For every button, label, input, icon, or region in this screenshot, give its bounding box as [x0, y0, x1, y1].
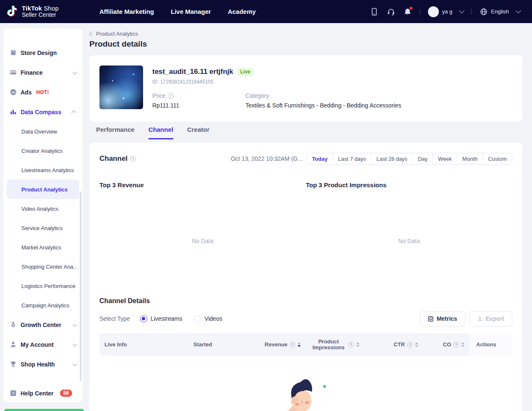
notifications-icon[interactable]: [403, 7, 412, 16]
range-last-28-days[interactable]: Last 28 days: [371, 153, 412, 164]
category-label: Category: [245, 92, 269, 99]
language-selector[interactable]: English: [491, 8, 509, 15]
sidebar-item-ads[interactable]: AD Ads HOT!: [3, 82, 83, 102]
range-day[interactable]: Day: [412, 153, 433, 164]
chart-title: Top 3 Product Impressions: [306, 181, 512, 188]
question-icon[interactable]: ?: [289, 342, 295, 348]
sort-icon[interactable]: [356, 342, 360, 347]
sidebar-item-service-analytics[interactable]: Service Analytics: [7, 218, 79, 238]
divider: [471, 9, 472, 15]
avatar[interactable]: [428, 6, 439, 17]
primary-nav: Affiliate Marketing Live Manager Academy: [99, 8, 256, 15]
person-icon: [9, 341, 17, 348]
hot-badge: HOT!: [36, 89, 49, 95]
chevron-down-icon[interactable]: [516, 8, 521, 13]
col-ctr: CTR ?: [365, 341, 423, 348]
question-icon[interactable]: ?: [168, 93, 174, 99]
globe-icon[interactable]: [479, 7, 488, 16]
export-button[interactable]: Export: [469, 311, 512, 327]
product-id: ID: 1729382412318445105: [152, 79, 512, 85]
radio-dot: [194, 315, 201, 322]
logo-wordmark: TikTokShop Seller Center: [22, 5, 59, 18]
tab-performance[interactable]: Performance: [96, 126, 135, 139]
sidebar-item-data-compass[interactable]: Data Compass: [3, 102, 83, 122]
product-summary-card: test_audit_16.11 ertjfnjk Live ID: 17293…: [89, 55, 522, 122]
sort-icon[interactable]: [415, 342, 418, 347]
sidebar-item-market-analytics[interactable]: Market Analytics: [7, 238, 79, 257]
sidebar-item-campaign-analytics[interactable]: Campaign Analytics: [7, 296, 79, 315]
range-month[interactable]: Month: [457, 153, 482, 164]
sidebar-item-livestreams-analytics[interactable]: Livestreams Analytics: [7, 160, 79, 180]
radio-livestreams[interactable]: Livestreams: [140, 315, 182, 322]
table-header: Live Info Started Revenue ? Product Impr…: [99, 333, 512, 356]
sidebar-item-store-design[interactable]: Store Design: [3, 43, 83, 63]
col-actions: Actions: [469, 333, 512, 356]
question-icon[interactable]: ?: [130, 156, 136, 162]
notification-dot: [409, 7, 412, 10]
range-today[interactable]: Today: [307, 153, 332, 164]
product-image: [99, 65, 143, 109]
radio-videos[interactable]: Videos: [194, 315, 222, 322]
tiktok-logo[interactable]: TikTokShop Seller Center: [0, 4, 94, 19]
tiktok-note-icon: [6, 4, 18, 19]
sidebar-item-data-overview[interactable]: Data Overview: [7, 122, 79, 141]
channel-section-title: Channel: [99, 154, 128, 163]
sidebar-item-help-center[interactable]: ? Help Center 88: [3, 383, 83, 402]
svg-text:?: ?: [12, 391, 14, 395]
select-type-label: Select Type: [99, 315, 130, 322]
support-icon[interactable]: [386, 7, 396, 16]
price-value: Rp111.111: [152, 102, 245, 109]
nav-affiliate-marketing[interactable]: Affiliate Marketing: [99, 8, 154, 15]
divider: [420, 9, 420, 15]
top3-revenue-chart: Top 3 Revenue No Data: [99, 181, 306, 282]
tab-channel[interactable]: Channel: [149, 126, 173, 139]
chart-title: Top 3 Revenue: [99, 181, 306, 188]
question-icon[interactable]: ?: [348, 342, 354, 348]
chevron-down-icon: [73, 361, 77, 366]
sidebar-item-product-analytics[interactable]: Product Analytics: [7, 180, 79, 199]
mobile-app-icon[interactable]: [370, 7, 379, 16]
range-last-7-days[interactable]: Last 7 days: [333, 153, 371, 164]
range-custom[interactable]: Custom: [482, 153, 512, 164]
download-icon: [477, 316, 483, 322]
sidebar-item-logistics-performance[interactable]: Logistics Performance: [7, 276, 79, 296]
edit-square-icon: [428, 316, 434, 322]
sort-icon[interactable]: [297, 342, 301, 347]
col-live-info: Live Info: [99, 341, 188, 348]
sidebar: Store Design Finance AD Ads HOT! Data Co…: [3, 29, 83, 402]
sidebar-item-my-account[interactable]: My Account: [3, 335, 83, 354]
sidebar-item-growth-center[interactable]: Growth Center: [3, 315, 83, 335]
metrics-button[interactable]: Metrics: [420, 311, 465, 327]
svg-text:AD: AD: [11, 91, 15, 94]
sidebar-item-video-analytics[interactable]: Video Analytics: [7, 199, 79, 218]
help-count-badge: 88: [60, 390, 72, 397]
sidebar-item-creator-analytics[interactable]: Creator Analytics: [7, 141, 79, 160]
breadcrumb[interactable]: Product Analytics: [90, 31, 138, 37]
nav-live-manager[interactable]: Live Manager: [171, 8, 211, 15]
sort-icon[interactable]: [461, 342, 464, 347]
nav-academy[interactable]: Academy: [228, 8, 256, 15]
question-icon[interactable]: ?: [407, 342, 413, 348]
col-product-impressions: Product Impressions ?: [306, 339, 365, 351]
sidebar-item-shop-health[interactable]: Shop Health: [3, 354, 83, 374]
status-badge: Live: [237, 68, 253, 76]
medal-icon: [9, 321, 17, 329]
report-datetime: Oct 13, 2022 10:32AM (G...: [231, 155, 303, 162]
col-started: Started: [188, 341, 256, 348]
user-name[interactable]: ya g: [442, 8, 453, 15]
sidebar-item-finance[interactable]: Finance: [3, 63, 83, 82]
category-value: Textiles & Soft Furnishings - Bedding - …: [245, 102, 401, 109]
page-title: Product details: [89, 39, 147, 49]
storefront-icon: [9, 49, 17, 57]
chevron-down-icon[interactable]: [459, 8, 464, 13]
range-week[interactable]: Week: [433, 153, 457, 164]
sidebar-scrollbar[interactable]: [80, 191, 81, 381]
question-icon: ?: [9, 390, 17, 397]
bar-chart-icon: [9, 108, 17, 116]
credit-card-icon: [9, 69, 17, 76]
tab-creator[interactable]: Creator: [187, 126, 209, 139]
ad-icon: AD: [9, 89, 17, 96]
question-icon[interactable]: ?: [453, 342, 459, 348]
sidebar-item-shopping-center-analytics[interactable]: Shopping Center Ana...: [7, 257, 79, 276]
no-data-text: No Data: [99, 238, 306, 244]
